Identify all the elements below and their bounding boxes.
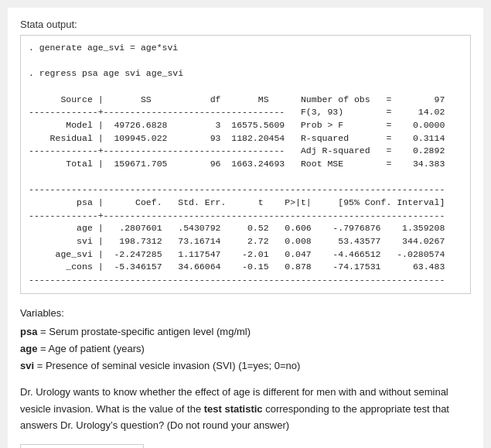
var-psa-label: psa: [20, 326, 37, 337]
page: Stata output: . generate age_svi = age*s…: [8, 8, 483, 448]
var-age-desc: = Age of patient (years): [37, 343, 144, 354]
answer-input[interactable]: [20, 444, 144, 448]
var-svi-desc: = Presence of seminal vesicle invasion (…: [34, 360, 300, 371]
var-svi-label: svi: [20, 360, 34, 371]
variables-section: Variables: psa = Serum prostate-specific…: [20, 305, 471, 374]
stata-output-box: . generate age_svi = age*svi . regress p…: [20, 35, 471, 294]
var-svi-line: svi = Presence of seminal vesicle invasi…: [20, 357, 471, 374]
question-bold: test statistic: [204, 403, 263, 415]
var-age-label: age: [20, 343, 37, 354]
question-section: Dr. Urology wants to know whether the ef…: [20, 384, 471, 433]
stata-label: Stata output:: [20, 19, 471, 30]
variables-title: Variables:: [20, 305, 471, 322]
stata-output-text: . generate age_svi = age*svi . regress p…: [29, 43, 445, 285]
var-age-line: age = Age of patient (years): [20, 340, 471, 357]
var-psa-desc: = Serum prostate-specific antigen level …: [37, 326, 251, 337]
var-psa-line: psa = Serum prostate-specific antigen le…: [20, 323, 471, 340]
